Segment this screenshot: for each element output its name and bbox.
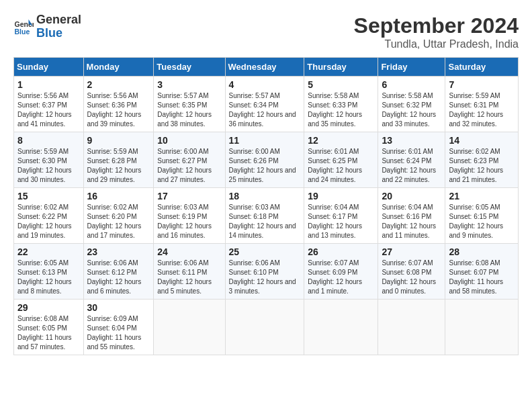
day-info: Sunrise: 6:08 AM Sunset: 6:07 PM Dayligh…: [449, 259, 515, 296]
day-info: Sunrise: 5:56 AM Sunset: 6:37 PM Dayligh…: [17, 91, 80, 129]
table-row: 21 Sunrise: 6:05 AM Sunset: 6:15 PM Dayl…: [445, 188, 519, 244]
svg-text:Blue: Blue: [15, 27, 30, 35]
table-row: 25 Sunrise: 6:06 AM Sunset: 6:10 PM Dayl…: [225, 244, 304, 300]
table-row: 26 Sunrise: 6:07 AM Sunset: 6:09 PM Dayl…: [304, 244, 378, 300]
day-info: Sunrise: 6:07 AM Sunset: 6:08 PM Dayligh…: [382, 259, 441, 296]
table-row: 4 Sunrise: 5:57 AM Sunset: 6:34 PM Dayli…: [225, 77, 304, 132]
day-info: Sunrise: 5:58 AM Sunset: 6:32 PM Dayligh…: [382, 91, 441, 129]
week-row: 22 Sunrise: 6:05 AM Sunset: 6:13 PM Dayl…: [14, 244, 519, 300]
table-row: 14 Sunrise: 6:02 AM Sunset: 6:23 PM Dayl…: [445, 132, 519, 188]
day-info: Sunrise: 5:59 AM Sunset: 6:30 PM Dayligh…: [17, 147, 80, 185]
table-row: 8 Sunrise: 5:59 AM Sunset: 6:30 PM Dayli…: [14, 132, 84, 188]
day-info: Sunrise: 6:04 AM Sunset: 6:17 PM Dayligh…: [308, 203, 374, 240]
table-row: 12 Sunrise: 6:01 AM Sunset: 6:25 PM Dayl…: [304, 132, 378, 188]
day-number: 30: [87, 302, 150, 313]
day-number: 16: [87, 191, 150, 201]
table-row: 27 Sunrise: 6:07 AM Sunset: 6:08 PM Dayl…: [378, 244, 445, 300]
day-info: Sunrise: 6:05 AM Sunset: 6:13 PM Dayligh…: [17, 259, 80, 296]
day-number: 21: [449, 191, 515, 201]
day-number: 12: [308, 135, 374, 146]
table-row: 13 Sunrise: 6:01 AM Sunset: 6:24 PM Dayl…: [378, 132, 445, 188]
day-info: Sunrise: 6:06 AM Sunset: 6:12 PM Dayligh…: [87, 259, 150, 296]
col-thursday: Thursday: [304, 58, 378, 77]
day-number: 27: [382, 246, 441, 257]
day-info: Sunrise: 5:59 AM Sunset: 6:31 PM Dayligh…: [449, 91, 515, 129]
day-number: 23: [87, 246, 150, 257]
day-number: 19: [308, 191, 374, 201]
header: General Blue General Blue September 2024…: [13, 13, 519, 50]
logo-text: General Blue: [36, 13, 81, 40]
col-wednesday: Wednesday: [225, 58, 304, 77]
day-number: 29: [17, 302, 80, 313]
day-number: 10: [157, 135, 221, 146]
day-number: 13: [382, 135, 441, 146]
day-info: Sunrise: 6:08 AM Sunset: 6:05 PM Dayligh…: [17, 314, 80, 352]
day-info: Sunrise: 5:57 AM Sunset: 6:35 PM Dayligh…: [157, 91, 221, 129]
day-info: Sunrise: 6:03 AM Sunset: 6:19 PM Dayligh…: [157, 203, 221, 240]
day-info: Sunrise: 6:02 AM Sunset: 6:20 PM Dayligh…: [87, 203, 150, 240]
day-number: 7: [449, 79, 515, 90]
day-number: 2: [87, 79, 150, 90]
table-row: 11 Sunrise: 6:00 AM Sunset: 6:26 PM Dayl…: [225, 132, 304, 188]
table-row: 24 Sunrise: 6:06 AM Sunset: 6:11 PM Dayl…: [154, 244, 225, 300]
main-title: September 2024: [354, 13, 519, 38]
day-info: Sunrise: 6:00 AM Sunset: 6:26 PM Dayligh…: [229, 147, 301, 185]
day-number: 25: [229, 246, 301, 257]
day-info: Sunrise: 6:04 AM Sunset: 6:16 PM Dayligh…: [382, 203, 441, 240]
col-saturday: Saturday: [445, 58, 519, 77]
week-row: 1 Sunrise: 5:56 AM Sunset: 6:37 PM Dayli…: [14, 77, 519, 132]
day-number: 11: [229, 135, 301, 146]
logo: General Blue General Blue: [13, 13, 81, 40]
day-info: Sunrise: 6:01 AM Sunset: 6:25 PM Dayligh…: [308, 147, 374, 185]
empty-cell: [225, 300, 304, 355]
day-number: 4: [229, 79, 301, 90]
empty-cell: [445, 300, 519, 355]
table-row: 15 Sunrise: 6:02 AM Sunset: 6:22 PM Dayl…: [14, 188, 84, 244]
day-info: Sunrise: 6:06 AM Sunset: 6:10 PM Dayligh…: [229, 259, 301, 296]
calendar-table: Sunday Monday Tuesday Wednesday Thursday…: [13, 57, 519, 355]
empty-cell: [304, 300, 378, 355]
table-row: 16 Sunrise: 6:02 AM Sunset: 6:20 PM Dayl…: [83, 188, 154, 244]
table-row: 3 Sunrise: 5:57 AM Sunset: 6:35 PM Dayli…: [154, 77, 225, 132]
table-row: 18 Sunrise: 6:03 AM Sunset: 6:18 PM Dayl…: [225, 188, 304, 244]
day-info: Sunrise: 6:07 AM Sunset: 6:09 PM Dayligh…: [308, 259, 374, 296]
table-row: 5 Sunrise: 5:58 AM Sunset: 6:33 PM Dayli…: [304, 77, 378, 132]
table-row: 1 Sunrise: 5:56 AM Sunset: 6:37 PM Dayli…: [14, 77, 84, 132]
table-row: 6 Sunrise: 5:58 AM Sunset: 6:32 PM Dayli…: [378, 77, 445, 132]
title-area: September 2024 Tundla, Uttar Pradesh, In…: [354, 13, 519, 50]
day-number: 8: [17, 135, 80, 146]
day-number: 18: [229, 191, 301, 201]
empty-cell: [378, 300, 445, 355]
table-row: 23 Sunrise: 6:06 AM Sunset: 6:12 PM Dayl…: [83, 244, 154, 300]
table-row: 9 Sunrise: 5:59 AM Sunset: 6:28 PM Dayli…: [83, 132, 154, 188]
week-row: 15 Sunrise: 6:02 AM Sunset: 6:22 PM Dayl…: [14, 188, 519, 244]
day-number: 26: [308, 246, 374, 257]
week-row: 8 Sunrise: 5:59 AM Sunset: 6:30 PM Dayli…: [14, 132, 519, 188]
day-info: Sunrise: 6:06 AM Sunset: 6:11 PM Dayligh…: [157, 259, 221, 296]
day-info: Sunrise: 6:05 AM Sunset: 6:15 PM Dayligh…: [449, 203, 515, 240]
day-number: 24: [157, 246, 221, 257]
day-number: 17: [157, 191, 221, 201]
subtitle: Tundla, Uttar Pradesh, India: [354, 38, 519, 50]
day-number: 9: [87, 135, 150, 146]
day-number: 28: [449, 246, 515, 257]
col-monday: Monday: [83, 58, 154, 77]
col-friday: Friday: [378, 58, 445, 77]
day-info: Sunrise: 5:59 AM Sunset: 6:28 PM Dayligh…: [87, 147, 150, 185]
day-info: Sunrise: 5:56 AM Sunset: 6:36 PM Dayligh…: [87, 91, 150, 129]
day-number: 15: [17, 191, 80, 201]
table-row: 30 Sunrise: 6:09 AM Sunset: 6:04 PM Dayl…: [83, 300, 154, 355]
day-number: 3: [157, 79, 221, 90]
day-number: 6: [382, 79, 441, 90]
empty-cell: [154, 300, 225, 355]
table-row: 2 Sunrise: 5:56 AM Sunset: 6:36 PM Dayli…: [83, 77, 154, 132]
table-row: 7 Sunrise: 5:59 AM Sunset: 6:31 PM Dayli…: [445, 77, 519, 132]
day-number: 14: [449, 135, 515, 146]
table-row: 20 Sunrise: 6:04 AM Sunset: 6:16 PM Dayl…: [378, 188, 445, 244]
day-info: Sunrise: 5:57 AM Sunset: 6:34 PM Dayligh…: [229, 91, 301, 129]
table-row: 10 Sunrise: 6:00 AM Sunset: 6:27 PM Dayl…: [154, 132, 225, 188]
day-info: Sunrise: 6:02 AM Sunset: 6:22 PM Dayligh…: [17, 203, 80, 240]
day-number: 22: [17, 246, 80, 257]
day-info: Sunrise: 6:03 AM Sunset: 6:18 PM Dayligh…: [229, 203, 301, 240]
table-row: 29 Sunrise: 6:08 AM Sunset: 6:05 PM Dayl…: [14, 300, 84, 355]
